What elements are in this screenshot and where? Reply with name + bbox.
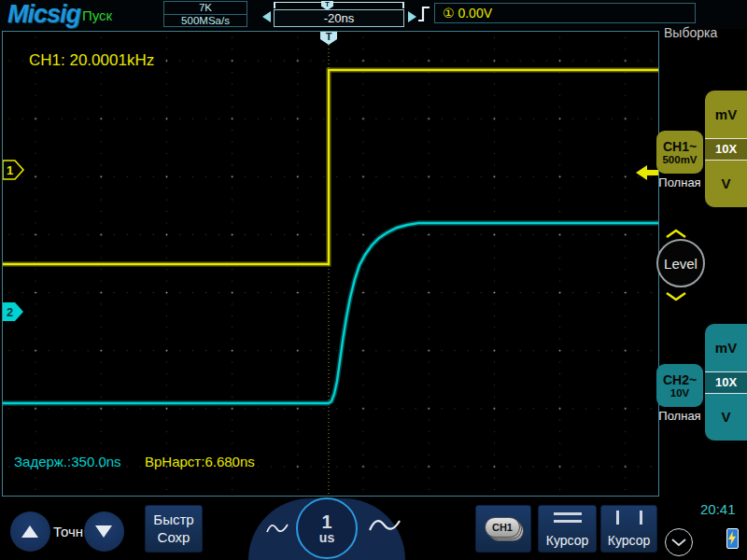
ch2-bandwidth-label: Полная	[654, 409, 706, 423]
channel-drag-button[interactable]: CH1	[475, 505, 531, 553]
sine-large-icon[interactable]	[367, 512, 402, 539]
vertical-cursor-icon	[616, 511, 642, 525]
svg-text:1: 1	[7, 163, 13, 177]
top-bar: Micsig Пуск 7K 500MSa/s T -20ns ① 0.00V	[0, 0, 747, 29]
trigger-readout-box[interactable]: ① 0.00V	[434, 3, 696, 23]
record-view-bar: T	[274, 2, 404, 8]
stacked-channels-icon: CH1	[485, 517, 524, 541]
ch2-unit-v-button[interactable]: V	[705, 394, 747, 441]
svg-text:2: 2	[7, 305, 13, 319]
ch2-button[interactable]: CH2~ 10V	[656, 364, 703, 407]
horizontal-cursor-button[interactable]: Курсор	[538, 505, 597, 553]
ch1-unit-v-button[interactable]: V	[705, 161, 747, 208]
vertical-cursor-button[interactable]: Курсор	[600, 505, 657, 553]
oscilloscope-screen: Micsig Пуск 7K 500MSa/s T -20ns ① 0.00V …	[0, 0, 747, 560]
ch1-probe-button[interactable]: 10X	[705, 138, 747, 161]
ch2-scale-panel: mV 10X V	[705, 324, 747, 441]
waveform-canvas: 1 2	[3, 32, 658, 496]
ch1-bandwidth-label: Полная	[654, 175, 706, 189]
waveform-display[interactable]: T CH1: 20.0001kHz Задерж.:350.0ns ВрНарс…	[2, 31, 659, 497]
step-down-button[interactable]	[84, 511, 124, 552]
ch2-unit-mv-button[interactable]: mV	[705, 324, 747, 371]
sine-small-icon[interactable]	[265, 519, 289, 538]
record-left-tick	[274, 2, 275, 8]
clock-label: 20:41	[700, 501, 736, 517]
chevron-down-icon	[670, 538, 687, 547]
ch2-ground-marker[interactable]: 2	[3, 302, 23, 321]
level-down-icon[interactable]	[664, 291, 688, 301]
collapse-menu-button[interactable]	[665, 528, 693, 556]
ch1-unit-mv-button[interactable]: mV	[705, 91, 747, 138]
battery-charging-icon	[726, 528, 739, 549]
ch1-trace-glow	[3, 70, 658, 264]
timebase-knob[interactable]: 1 us	[296, 497, 358, 559]
horizontal-cursor-icon	[554, 512, 582, 527]
brand-logo: Micsig	[7, 0, 80, 29]
ch1-scale-panel: mV 10X V	[705, 91, 747, 207]
level-up-icon[interactable]	[664, 229, 688, 239]
quick-save-button[interactable]: Быстр Сохр	[145, 505, 203, 553]
step-up-button[interactable]	[10, 511, 50, 552]
ch1-button[interactable]: CH1~ 500mV	[656, 131, 703, 174]
run-status[interactable]: Пуск	[82, 7, 112, 23]
ch2-probe-button[interactable]: 10X	[705, 371, 747, 394]
trigger-slope-icon	[417, 5, 431, 23]
memory-depth: 7K	[164, 2, 247, 14]
fine-mode-label: Точн	[53, 524, 83, 539]
bottom-bar: Точн Быстр Сохр 1 us CH1 Курсор	[0, 497, 747, 560]
sample-rate: 500MSa/s	[164, 14, 247, 27]
triangle-up-icon	[21, 525, 38, 538]
pan-right-icon[interactable]	[408, 11, 416, 22]
pan-left-icon[interactable]	[262, 11, 271, 22]
horizontal-position-box[interactable]: -20ns	[274, 9, 404, 27]
triangle-down-icon	[95, 525, 112, 538]
level-knob[interactable]: Level	[656, 239, 705, 287]
sampling-mode-label: Выборка	[664, 25, 717, 40]
acquisition-box[interactable]: 7K 500MSa/s	[163, 1, 247, 27]
record-right-tick	[402, 2, 404, 8]
ch1-ground-marker[interactable]: 1	[3, 161, 23, 179]
